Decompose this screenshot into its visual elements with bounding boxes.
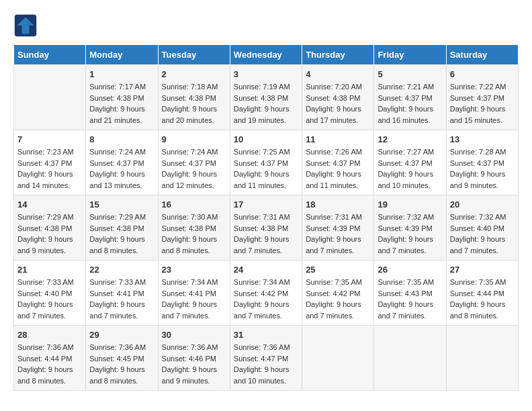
- calendar-cell: 25Sunrise: 7:35 AMSunset: 4:42 PMDayligh…: [302, 261, 374, 326]
- calendar-cell: 15Sunrise: 7:29 AMSunset: 4:38 PMDayligh…: [86, 195, 158, 261]
- day-info-line: Daylight: 9 hours: [162, 103, 226, 115]
- calendar-table: SundayMondayTuesdayWednesdayThursdayFrid…: [13, 44, 519, 391]
- calendar-cell: 12Sunrise: 7:27 AMSunset: 4:37 PMDayligh…: [374, 130, 446, 195]
- column-header-wednesday: Wednesday: [230, 45, 302, 65]
- day-info-line: Sunset: 4:41 PM: [162, 288, 226, 300]
- day-info-line: Sunset: 4:38 PM: [162, 223, 226, 234]
- calendar-cell: 29Sunrise: 7:36 AMSunset: 4:45 PMDayligh…: [86, 326, 158, 391]
- day-info-line: and 8 minutes.: [89, 245, 154, 257]
- day-info-line: and 7 minutes.: [89, 310, 154, 322]
- day-number: 19: [378, 199, 442, 210]
- day-info-line: Sunset: 4:38 PM: [162, 93, 226, 104]
- column-header-thursday: Thursday: [302, 45, 374, 65]
- calendar-cell: 21Sunrise: 7:33 AMSunset: 4:40 PMDayligh…: [14, 261, 86, 326]
- day-info-line: Sunset: 4:43 PM: [378, 288, 442, 300]
- calendar-cell: 27Sunrise: 7:35 AMSunset: 4:44 PMDayligh…: [446, 261, 518, 326]
- day-number: 15: [89, 199, 154, 210]
- day-number: 16: [162, 199, 226, 210]
- day-info-line: Sunrise: 7:22 AM: [450, 81, 515, 93]
- day-number: 10: [234, 134, 298, 144]
- day-info-line: Sunset: 4:37 PM: [89, 158, 154, 169]
- day-number: 3: [234, 69, 298, 79]
- calendar-cell: 6Sunrise: 7:22 AMSunset: 4:37 PMDaylight…: [446, 65, 518, 130]
- day-info-line: Daylight: 9 hours: [378, 169, 442, 180]
- calendar-cell: 20Sunrise: 7:32 AMSunset: 4:40 PMDayligh…: [446, 195, 518, 261]
- day-info-line: Daylight: 9 hours: [17, 169, 82, 180]
- day-info-line: Sunrise: 7:35 AM: [306, 277, 370, 288]
- day-info-line: Daylight: 9 hours: [378, 103, 442, 115]
- day-info-line: Sunrise: 7:33 AM: [89, 277, 154, 288]
- day-info-line: Sunset: 4:37 PM: [162, 158, 226, 169]
- calendar-cell: 5Sunrise: 7:21 AMSunset: 4:37 PMDaylight…: [374, 65, 446, 130]
- day-info: Sunrise: 7:29 AMSunset: 4:38 PMDaylight:…: [89, 212, 154, 256]
- day-info-line: Sunset: 4:40 PM: [17, 288, 82, 300]
- day-info-line: Sunrise: 7:36 AM: [234, 342, 298, 353]
- logo: [13, 13, 40, 38]
- day-info-line: Daylight: 9 hours: [234, 103, 298, 115]
- day-info-line: Daylight: 9 hours: [89, 299, 154, 310]
- calendar-cell: [302, 326, 374, 391]
- day-number: 13: [450, 134, 515, 144]
- day-number: 5: [378, 69, 442, 79]
- day-info-line: Sunrise: 7:26 AM: [306, 146, 370, 158]
- column-header-friday: Friday: [374, 45, 446, 65]
- day-info-line: and 11 minutes.: [306, 180, 370, 191]
- day-info-line: and 12 minutes.: [162, 180, 226, 191]
- day-info-line: Sunset: 4:44 PM: [17, 353, 82, 365]
- day-info-line: Daylight: 9 hours: [450, 169, 515, 180]
- day-number: 7: [17, 134, 82, 144]
- calendar-cell: 1Sunrise: 7:17 AMSunset: 4:38 PMDaylight…: [86, 65, 158, 130]
- day-number: 11: [306, 134, 370, 144]
- calendar-header-row: SundayMondayTuesdayWednesdayThursdayFrid…: [14, 45, 519, 65]
- calendar-cell: 3Sunrise: 7:19 AMSunset: 4:38 PMDaylight…: [230, 65, 302, 130]
- day-info-line: Sunset: 4:47 PM: [234, 353, 298, 365]
- day-info-line: and 7 minutes.: [306, 310, 370, 322]
- calendar-cell: 11Sunrise: 7:26 AMSunset: 4:37 PMDayligh…: [302, 130, 374, 195]
- day-info-line: Sunrise: 7:31 AM: [306, 212, 370, 223]
- day-info-line: Sunrise: 7:32 AM: [450, 212, 515, 223]
- day-info-line: Sunset: 4:37 PM: [450, 93, 515, 104]
- calendar-cell: 17Sunrise: 7:31 AMSunset: 4:38 PMDayligh…: [230, 195, 302, 261]
- day-info: Sunrise: 7:20 AMSunset: 4:38 PMDaylight:…: [306, 81, 370, 126]
- calendar-cell: 31Sunrise: 7:36 AMSunset: 4:47 PMDayligh…: [230, 326, 302, 391]
- day-info-line: Daylight: 9 hours: [450, 234, 515, 245]
- calendar-cell: 26Sunrise: 7:35 AMSunset: 4:43 PMDayligh…: [374, 261, 446, 326]
- day-info-line: Daylight: 9 hours: [89, 364, 154, 375]
- day-number: 6: [450, 69, 515, 79]
- day-info-line: and 17 minutes.: [306, 115, 370, 126]
- calendar-cell: 23Sunrise: 7:34 AMSunset: 4:41 PMDayligh…: [158, 261, 230, 326]
- day-number: 4: [306, 69, 370, 79]
- day-number: 31: [234, 330, 298, 340]
- day-info-line: Sunrise: 7:27 AM: [378, 146, 442, 158]
- day-info-line: Daylight: 9 hours: [306, 299, 370, 310]
- day-info: Sunrise: 7:28 AMSunset: 4:37 PMDaylight:…: [450, 146, 515, 191]
- day-info: Sunrise: 7:32 AMSunset: 4:39 PMDaylight:…: [378, 212, 442, 256]
- day-info: Sunrise: 7:36 AMSunset: 4:46 PMDaylight:…: [162, 342, 226, 386]
- calendar-week-row: 28Sunrise: 7:36 AMSunset: 4:44 PMDayligh…: [14, 326, 519, 391]
- day-number: 27: [450, 265, 515, 275]
- calendar-cell: 18Sunrise: 7:31 AMSunset: 4:39 PMDayligh…: [302, 195, 374, 261]
- day-number: 24: [234, 265, 298, 275]
- day-info-line: Sunset: 4:39 PM: [306, 223, 370, 234]
- calendar-cell: 19Sunrise: 7:32 AMSunset: 4:39 PMDayligh…: [374, 195, 446, 261]
- calendar-week-row: 7Sunrise: 7:23 AMSunset: 4:37 PMDaylight…: [14, 130, 519, 195]
- day-info: Sunrise: 7:31 AMSunset: 4:39 PMDaylight:…: [306, 212, 370, 256]
- day-info-line: Sunrise: 7:20 AM: [306, 81, 370, 93]
- day-info-line: and 8 minutes.: [89, 375, 154, 387]
- column-header-tuesday: Tuesday: [158, 45, 230, 65]
- day-info-line: Sunrise: 7:29 AM: [89, 212, 154, 223]
- column-header-monday: Monday: [86, 45, 158, 65]
- day-info: Sunrise: 7:23 AMSunset: 4:37 PMDaylight:…: [17, 146, 82, 191]
- day-info-line: Sunrise: 7:30 AM: [162, 212, 226, 223]
- day-info-line: and 10 minutes.: [378, 180, 442, 191]
- day-info: Sunrise: 7:21 AMSunset: 4:37 PMDaylight:…: [378, 81, 442, 126]
- day-number: 22: [89, 265, 154, 275]
- day-info: Sunrise: 7:35 AMSunset: 4:42 PMDaylight:…: [306, 277, 370, 321]
- day-info-line: and 15 minutes.: [450, 115, 515, 126]
- day-number: 26: [378, 265, 442, 275]
- day-info-line: Sunset: 4:45 PM: [89, 353, 154, 365]
- day-info-line: Sunset: 4:37 PM: [306, 158, 370, 169]
- day-info-line: Sunset: 4:46 PM: [162, 353, 226, 365]
- day-info: Sunrise: 7:30 AMSunset: 4:38 PMDaylight:…: [162, 212, 226, 256]
- day-info-line: Sunset: 4:38 PM: [306, 93, 370, 104]
